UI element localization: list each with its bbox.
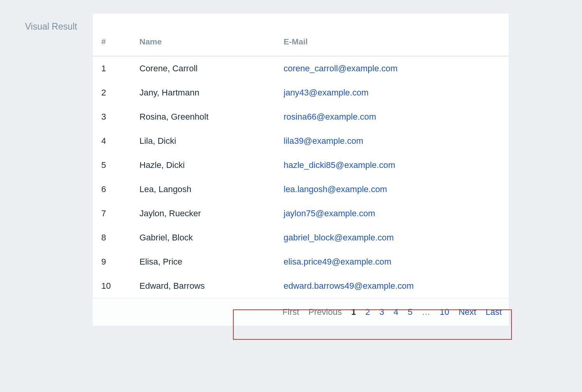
result-panel: # Name E-Mail 1Corene, Carrollcorene_car… <box>93 14 509 326</box>
cell-name: Edward, Barrows <box>132 274 276 298</box>
page-next[interactable]: Next <box>459 307 476 317</box>
email-link[interactable]: jany43@example.com <box>284 88 369 97</box>
page-number[interactable]: 4 <box>393 307 398 317</box>
cell-name: Lea, Langosh <box>132 177 276 201</box>
email-link[interactable]: corene_carroll@example.com <box>284 64 398 73</box>
page-number[interactable]: 3 <box>379 307 384 317</box>
section-label: Visual Result <box>0 14 93 32</box>
cell-name: Elisa, Price <box>132 250 276 274</box>
page-number[interactable]: 2 <box>365 307 370 317</box>
cell-email: lea.langosh@example.com <box>276 177 509 201</box>
table-row: 7Jaylon, Rueckerjaylon75@example.com <box>93 201 509 226</box>
cell-email: gabriel_block@example.com <box>276 226 509 250</box>
page: Visual Result # Name E-Mail 1Corene, Car… <box>0 0 582 326</box>
page-number[interactable]: 5 <box>407 307 412 317</box>
page-previous[interactable]: Previous <box>309 307 342 317</box>
email-link[interactable]: jaylon75@example.com <box>284 208 375 218</box>
table-row: 1Corene, Carrollcorene_carroll@example.c… <box>93 56 509 81</box>
cell-name: Jany, Hartmann <box>132 81 276 105</box>
table-row: 5Hazle, Dickihazle_dicki85@example.com <box>93 153 509 177</box>
cell-num: 4 <box>93 129 132 153</box>
email-link[interactable]: gabriel_block@example.com <box>284 233 394 242</box>
cell-email: lila39@example.com <box>276 129 509 153</box>
email-link[interactable]: lila39@example.com <box>284 136 363 146</box>
cell-email: edward.barrows49@example.com <box>276 274 509 298</box>
data-table: # Name E-Mail 1Corene, Carrollcorene_car… <box>93 14 509 298</box>
cell-name: Jaylon, Ruecker <box>132 201 276 226</box>
cell-num: 1 <box>93 56 132 81</box>
cell-email: rosina66@example.com <box>276 105 509 129</box>
cell-num: 7 <box>93 201 132 226</box>
cell-num: 2 <box>93 81 132 105</box>
table-row: 10Edward, Barrowsedward.barrows49@exampl… <box>93 274 509 298</box>
cell-name: Rosina, Greenholt <box>132 105 276 129</box>
cell-num: 10 <box>93 274 132 298</box>
cell-name: Gabriel, Block <box>132 226 276 250</box>
email-link[interactable]: hazle_dicki85@example.com <box>284 160 395 170</box>
cell-name: Corene, Carroll <box>132 56 276 81</box>
page-ellipsis: … <box>422 307 430 317</box>
email-link[interactable]: rosina66@example.com <box>284 112 376 122</box>
table-row: 4Lila, Dickilila39@example.com <box>93 129 509 153</box>
email-link[interactable]: elisa.price49@example.com <box>284 257 392 267</box>
pagination-bar: First Previous 1 2345 … 10 Next Last <box>93 298 509 326</box>
cell-num: 8 <box>93 226 132 250</box>
col-header-num: # <box>93 14 132 56</box>
page-number[interactable]: 10 <box>440 307 449 317</box>
cell-name: Lila, Dicki <box>132 129 276 153</box>
table-row: 8Gabriel, Blockgabriel_block@example.com <box>93 226 509 250</box>
cell-num: 3 <box>93 105 132 129</box>
cell-email: elisa.price49@example.com <box>276 250 509 274</box>
col-header-email: E-Mail <box>276 14 509 56</box>
table-row: 6Lea, Langoshlea.langosh@example.com <box>93 177 509 201</box>
page-first[interactable]: First <box>282 307 299 317</box>
col-header-name: Name <box>132 14 276 56</box>
table-row: 3Rosina, Greenholtrosina66@example.com <box>93 105 509 129</box>
table-row: 2Jany, Hartmannjany43@example.com <box>93 81 509 105</box>
page-number-current[interactable]: 1 <box>351 307 356 317</box>
cell-email: hazle_dicki85@example.com <box>276 153 509 177</box>
cell-email: jaylon75@example.com <box>276 201 509 226</box>
table-row: 9Elisa, Priceelisa.price49@example.com <box>93 250 509 274</box>
email-link[interactable]: edward.barrows49@example.com <box>284 281 414 291</box>
cell-name: Hazle, Dicki <box>132 153 276 177</box>
table-header-row: # Name E-Mail <box>93 14 509 56</box>
cell-num: 6 <box>93 177 132 201</box>
email-link[interactable]: lea.langosh@example.com <box>284 184 387 194</box>
cell-email: jany43@example.com <box>276 81 509 105</box>
page-last[interactable]: Last <box>485 307 502 317</box>
cell-num: 9 <box>93 250 132 274</box>
cell-num: 5 <box>93 153 132 177</box>
cell-email: corene_carroll@example.com <box>276 56 509 81</box>
